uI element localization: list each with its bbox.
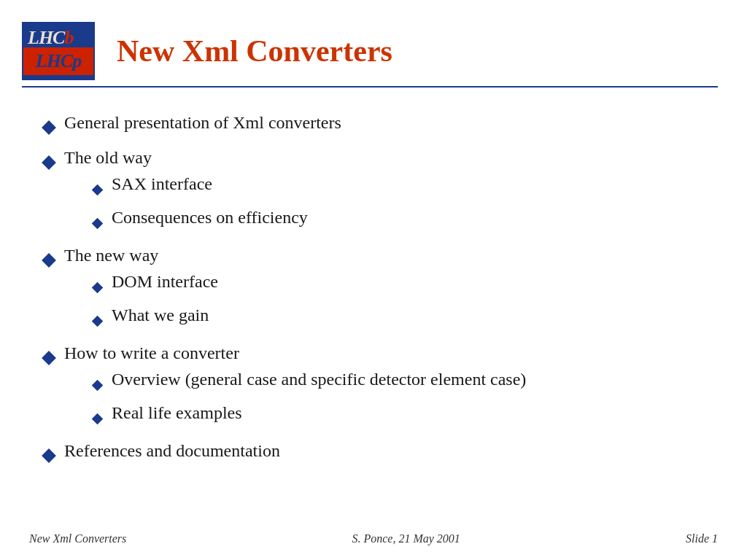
footer-right: Slide 1 [686,532,718,545]
bullet-diamond-icon [44,246,54,273]
list-item-label: The new way [64,246,158,265]
bullet-diamond-small-icon [93,306,101,332]
list-item: The new way DOM interface Wh [44,242,703,335]
slide-title: New Xml Converters [117,34,392,69]
bullet-diamond-icon [44,114,54,140]
bullet-diamond-small-icon [93,370,101,397]
sub-list-item-label: DOM interface [112,268,218,295]
list-item: References and documentation [44,438,703,468]
sub-list-item-label: SAX interface [112,171,212,197]
content-area: General presentation of Xml converters T… [0,88,747,487]
footer-left: New Xml Converters [29,532,126,545]
bullet-diamond-small-icon [93,175,101,201]
footer: New Xml Converters S. Ponce, 21 May 2001… [0,532,747,545]
list-item-label: The old way [64,148,152,167]
sub-list-item-label: Consequences on efficiency [112,204,308,230]
sub-list-item: SAX interface [93,171,308,201]
sub-list-item-label: What we gain [112,302,209,328]
list-item: General presentation of Xml converters [44,109,703,140]
list-item-label: How to write a converter [64,343,239,362]
bullet-diamond-icon [44,149,54,175]
list-item-label: References and documentation [64,438,280,464]
sub-list-item: DOM interface [93,268,218,299]
header: LHCb LHCp New Xml Converters [0,0,747,80]
list-item: The old way SAX interface Co [44,144,703,238]
sub-list-item: Overview (general case and specific dete… [93,366,526,397]
sub-list: Overview (general case and specific dete… [93,366,526,430]
footer-center: S. Ponce, 21 May 2001 [352,532,460,545]
slide: LHCb LHCp New Xml Converters General pre… [0,0,747,560]
list-item: How to write a converter Overview (gener… [44,340,703,433]
bullet-diamond-icon [44,442,54,468]
main-list: General presentation of Xml converters T… [44,109,703,468]
bullet-diamond-small-icon [93,273,101,299]
sub-list-item-label: Real life examples [112,400,242,426]
sub-list-item: Consequences on efficiency [93,204,308,235]
list-item-label: General presentation of Xml converters [64,109,341,136]
bullet-diamond-small-icon [93,404,101,430]
sub-list: DOM interface What we gain [93,268,218,332]
sub-list-item-label: Overview (general case and specific dete… [112,366,526,392]
logo: LHCb LHCp [22,22,95,80]
sub-list-item: Real life examples [93,400,526,430]
sub-list-item: What we gain [93,302,218,332]
bullet-diamond-icon [44,344,54,370]
sub-list: SAX interface Consequences on efficiency [93,171,308,235]
bullet-diamond-small-icon [93,209,101,235]
